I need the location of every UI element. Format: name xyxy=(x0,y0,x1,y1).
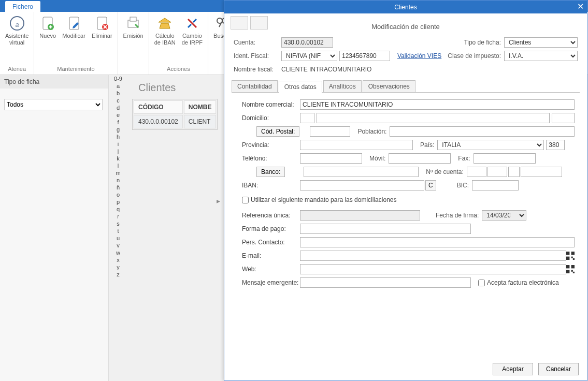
index-ñ[interactable]: ñ xyxy=(110,184,126,191)
banco-button[interactable]: Banco: xyxy=(256,167,285,177)
tipo-ficha-select[interactable]: Todos xyxy=(4,99,103,110)
bic-field[interactable] xyxy=(472,180,519,190)
movil-field[interactable] xyxy=(389,153,451,164)
index-o[interactable]: o xyxy=(110,191,126,198)
tab-contabilidad[interactable]: Contabilidad xyxy=(232,80,278,92)
index-a[interactable]: a xyxy=(110,82,126,90)
index-z[interactable]: z xyxy=(110,271,126,278)
nc1[interactable] xyxy=(467,167,486,177)
tab-observaciones[interactable]: Observaciones xyxy=(363,80,415,92)
index-w[interactable]: w xyxy=(110,249,126,256)
email-field[interactable] xyxy=(300,251,566,261)
poblacion-field[interactable] xyxy=(390,126,575,137)
poblacion-lbl: Población: xyxy=(357,128,386,135)
iban-label: Cálculo de IBAN xyxy=(154,33,176,46)
cod-postal-button[interactable]: Cód. Postal: xyxy=(256,126,299,137)
domicilio-tipo-field[interactable] xyxy=(300,113,314,123)
iban-calc-button[interactable]: C xyxy=(425,180,436,190)
clientes-grid[interactable]: CÓDIGONOMBE 430.0.0.00102CLIENT xyxy=(132,99,218,130)
ref-field[interactable] xyxy=(300,210,420,221)
tab-fichero[interactable]: Fichero xyxy=(5,1,40,12)
provincia-field[interactable] xyxy=(300,140,413,150)
nc4[interactable] xyxy=(521,167,562,177)
index-f[interactable]: f xyxy=(110,119,126,126)
telefono-field[interactable] xyxy=(300,153,362,164)
index-g[interactable]: g xyxy=(110,126,126,133)
nuevo-button[interactable]: Nuevo xyxy=(36,14,59,40)
tipo-ficha-field[interactable]: Clientes xyxy=(504,37,578,48)
col-nombre[interactable]: NOMBE xyxy=(184,100,217,114)
qr-icon[interactable] xyxy=(566,265,575,273)
web-field[interactable] xyxy=(300,264,566,274)
index-m[interactable]: m xyxy=(110,169,126,177)
thumb-image-icon[interactable] xyxy=(231,16,248,30)
pais-code-field[interactable] xyxy=(546,140,565,150)
index-y[interactable]: y xyxy=(110,263,126,271)
svg-rect-16 xyxy=(571,257,573,258)
index-d[interactable]: d xyxy=(110,104,126,111)
group-atenea-label: Atenea xyxy=(8,65,26,74)
nc2[interactable] xyxy=(487,167,507,177)
index-r[interactable]: r xyxy=(110,213,126,220)
index-0-9[interactable]: 0-9 xyxy=(110,75,126,82)
index-c[interactable]: c xyxy=(110,97,126,104)
alpha-index: 0-9abcdefghijklmnñopqrstuvwxyz xyxy=(110,75,126,278)
emision-button[interactable]: Emisión xyxy=(120,14,147,40)
index-h[interactable]: h xyxy=(110,133,126,140)
index-s[interactable]: s xyxy=(110,220,126,227)
ident-type-select[interactable]: NIF/IVA (NIF opera xyxy=(281,51,337,61)
domicilio-num-field[interactable] xyxy=(552,113,575,123)
asistente-virtual-button[interactable]: a Asistente virtual xyxy=(2,14,32,47)
close-icon[interactable]: ✕ xyxy=(577,2,584,11)
header-thumb-icons xyxy=(231,16,268,30)
ident-num-field[interactable] xyxy=(339,51,390,61)
index-x[interactable]: x xyxy=(110,256,126,263)
forma-pago-field[interactable] xyxy=(300,224,471,234)
pais-select[interactable]: ITALIA xyxy=(437,140,544,150)
tab-analíticos[interactable]: Analíticos xyxy=(323,80,362,92)
tipo-ficha-label: Tipo de ficha xyxy=(0,75,108,89)
cancelar-button[interactable]: Cancelar xyxy=(538,363,579,375)
qr-icon[interactable] xyxy=(566,252,575,260)
index-b[interactable]: b xyxy=(110,90,126,97)
fax-field[interactable] xyxy=(474,153,536,164)
index-v[interactable]: v xyxy=(110,242,126,249)
index-t[interactable]: t xyxy=(110,227,126,235)
eliminar-button[interactable]: Eliminar xyxy=(89,14,116,40)
col-codigo[interactable]: CÓDIGO xyxy=(134,100,183,114)
index-n[interactable]: n xyxy=(110,177,126,184)
calculo-iban-button[interactable]: Cálculo de IBAN xyxy=(151,14,179,47)
modificar-button[interactable]: Modificar xyxy=(59,14,89,40)
index-i[interactable]: i xyxy=(110,140,126,148)
index-e[interactable]: e xyxy=(110,111,126,119)
iban-lbl: IBAN: xyxy=(242,182,300,189)
mensaje-field[interactable] xyxy=(300,277,471,288)
acepta-factura-checkbox[interactable] xyxy=(478,280,485,286)
aceptar-button[interactable]: Aceptar xyxy=(493,363,533,375)
clase-imp-select[interactable]: I.V.A. xyxy=(504,51,578,61)
mandato-checkbox[interactable] xyxy=(242,197,249,203)
index-q[interactable]: q xyxy=(110,206,126,213)
cuenta-field[interactable] xyxy=(281,37,333,48)
index-l[interactable]: l xyxy=(110,162,126,169)
domicilio-field[interactable] xyxy=(317,113,550,123)
nc3[interactable] xyxy=(508,167,520,177)
thumb-list-icon[interactable] xyxy=(250,16,268,30)
index-j[interactable]: j xyxy=(110,148,126,155)
pers-field[interactable] xyxy=(300,237,575,247)
nombre-com-field[interactable] xyxy=(300,99,575,110)
cambio-irpf-button[interactable]: Cambio de IRPF xyxy=(179,14,206,47)
cp-field[interactable] xyxy=(310,126,350,137)
collapse-caret-icon[interactable]: ▸ xyxy=(217,197,220,205)
index-u[interactable]: u xyxy=(110,235,126,242)
table-row[interactable]: 430.0.0.00102CLIENT xyxy=(134,115,216,128)
validacion-vies-link[interactable]: Validación VIES xyxy=(397,52,441,60)
iban-field[interactable] xyxy=(300,180,424,190)
svg-rect-8 xyxy=(130,17,136,21)
fecha-firma-field[interactable]: 14/03/2023 xyxy=(482,210,526,221)
fecha-lbl: Fecha de firma: xyxy=(436,212,479,219)
index-k[interactable]: k xyxy=(110,155,126,162)
banco-field[interactable] xyxy=(304,167,419,177)
index-p[interactable]: p xyxy=(110,198,126,206)
tab-otros-datos[interactable]: Otros datos xyxy=(279,81,322,93)
